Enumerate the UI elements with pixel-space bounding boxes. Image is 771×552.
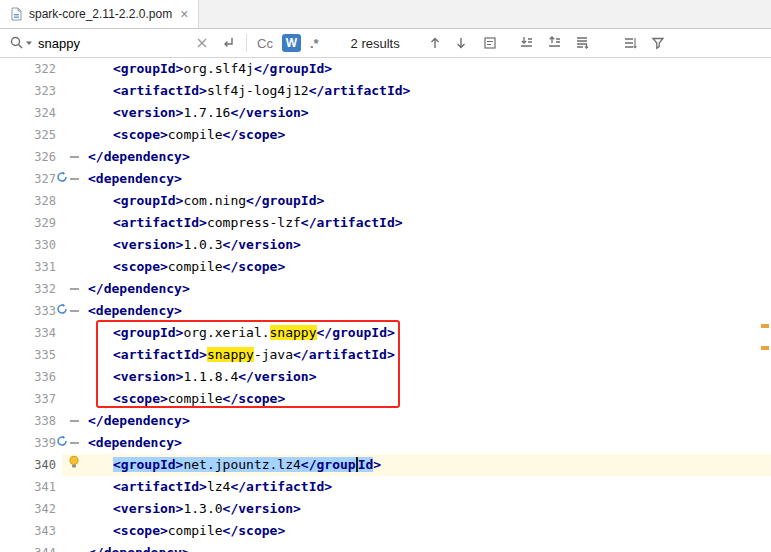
code-segment: <artifactId> bbox=[113, 347, 207, 362]
search-input[interactable]: snappy bbox=[38, 36, 196, 51]
code-line[interactable]: 332</dependency> bbox=[0, 278, 771, 300]
next-occurrence-icon[interactable] bbox=[454, 36, 468, 50]
line-number: 330 bbox=[12, 234, 56, 256]
code-line[interactable]: 328<groupId>com.ning</groupId> bbox=[0, 190, 771, 212]
match-case-toggle[interactable]: Cc bbox=[257, 36, 273, 51]
line-number: 342 bbox=[12, 498, 56, 520]
line-number: 328 bbox=[12, 190, 56, 212]
gutter: 332 bbox=[0, 278, 80, 300]
newline-icon[interactable] bbox=[220, 35, 236, 51]
code-text: </dependency> bbox=[80, 410, 771, 432]
results-count: 2 results bbox=[351, 36, 400, 51]
code-line[interactable]: 330<version>1.0.3</version> bbox=[0, 234, 771, 256]
code-segment: </group bbox=[301, 457, 356, 472]
tab-close-icon[interactable]: × bbox=[180, 7, 188, 21]
code-text: <groupId>net.jpountz.lz4</groupId> bbox=[80, 454, 771, 476]
code-line[interactable]: 326</dependency> bbox=[0, 146, 771, 168]
tab-spark-core-pom[interactable]: spark-core_2.11-2.2.0.pom × bbox=[0, 0, 199, 28]
gutter: 338 bbox=[0, 410, 80, 432]
code-line[interactable]: 325<scope>compile</scope> bbox=[0, 124, 771, 146]
gutter: 340 bbox=[0, 454, 80, 476]
code-segment: <artifactId> bbox=[113, 83, 207, 98]
code-segment: com.ning bbox=[183, 193, 246, 208]
code-line[interactable]: 341<artifactId>lz4</artifactId> bbox=[0, 476, 771, 498]
fold-marker-icon[interactable] bbox=[70, 156, 79, 158]
search-in-selection-icon[interactable] bbox=[482, 35, 498, 51]
code-segment: compile bbox=[168, 523, 223, 538]
line-number: 326 bbox=[12, 146, 56, 168]
code-segment: Id bbox=[358, 457, 374, 472]
code-segment: compile bbox=[168, 259, 223, 274]
code-segment: </artifactId> bbox=[230, 479, 332, 494]
code-line[interactable]: 327<dependency> bbox=[0, 168, 771, 190]
line-number: 332 bbox=[12, 278, 56, 300]
sort-icon[interactable] bbox=[622, 35, 638, 51]
add-occurrence-icon[interactable] bbox=[518, 35, 534, 51]
code-line[interactable]: 334<groupId>org.xerial.snappy</groupId> bbox=[0, 322, 771, 344]
code-line[interactable]: 338</dependency> bbox=[0, 410, 771, 432]
search-result-mark[interactable] bbox=[761, 324, 769, 328]
scrollbar-stripe[interactable] bbox=[759, 58, 771, 552]
code-line[interactable]: 323<artifactId>slf4j-log4j12</artifactId… bbox=[0, 80, 771, 102]
gutter: 329 bbox=[0, 212, 80, 234]
maven-dependency-icon[interactable] bbox=[56, 168, 68, 190]
gutter: 323 bbox=[0, 80, 80, 102]
search-result-mark[interactable] bbox=[761, 346, 769, 350]
code-segment: > bbox=[373, 457, 381, 472]
code-text: <artifactId>snappy-java</artifactId> bbox=[80, 344, 771, 366]
code-line[interactable]: 343<scope>compile</scope> bbox=[0, 520, 771, 542]
code-line[interactable]: 336<version>1.1.8.4</version> bbox=[0, 366, 771, 388]
code-segment: <scope> bbox=[113, 259, 168, 274]
code-line[interactable]: 335<artifactId>snappy-java</artifactId> bbox=[0, 344, 771, 366]
code-line[interactable]: 340<groupId>net.jpountz.lz4</groupId> bbox=[0, 454, 771, 476]
code-line[interactable]: 337<scope>compile</scope> bbox=[0, 388, 771, 410]
remove-occurrence-icon[interactable] bbox=[546, 35, 562, 51]
clear-icon[interactable] bbox=[196, 37, 208, 49]
code-text: <scope>compile</scope> bbox=[80, 388, 771, 410]
line-number: 337 bbox=[12, 388, 56, 410]
code-segment: </groupId> bbox=[246, 193, 324, 208]
code-segment: </version> bbox=[238, 369, 316, 384]
code-line[interactable]: 324<version>1.7.16</version> bbox=[0, 102, 771, 124]
code-segment: <version> bbox=[113, 501, 183, 516]
fold-marker-icon[interactable] bbox=[70, 420, 79, 422]
gutter: 342 bbox=[0, 498, 80, 520]
words-toggle[interactable]: W bbox=[282, 34, 301, 52]
code-line[interactable]: 344</dependency> bbox=[0, 542, 771, 552]
code-line[interactable]: 339<dependency> bbox=[0, 432, 771, 454]
code-text: </dependency> bbox=[80, 146, 771, 168]
code-segment: compress-lzf bbox=[207, 215, 301, 230]
history-dropdown-icon[interactable] bbox=[25, 39, 33, 47]
filter-icon[interactable] bbox=[650, 35, 666, 51]
fold-marker-icon[interactable] bbox=[70, 310, 79, 312]
gutter: 322 bbox=[0, 58, 80, 80]
maven-dependency-icon[interactable] bbox=[56, 300, 68, 322]
code-line[interactable]: 329<artifactId>compress-lzf</artifactId> bbox=[0, 212, 771, 234]
code-segment: </artifactId> bbox=[293, 347, 395, 362]
editor-pane[interactable]: 322<groupId>org.slf4j</groupId>323<artif… bbox=[0, 58, 771, 552]
code-line[interactable]: 331<scope>compile</scope> bbox=[0, 256, 771, 278]
fold-marker-icon[interactable] bbox=[70, 178, 79, 180]
line-number: 341 bbox=[12, 476, 56, 498]
code-segment: </version> bbox=[223, 501, 301, 516]
pom-file-icon bbox=[10, 7, 23, 21]
code-line[interactable]: 333<dependency> bbox=[0, 300, 771, 322]
intention-bulb-icon[interactable] bbox=[68, 454, 80, 476]
maven-dependency-icon[interactable] bbox=[56, 432, 68, 454]
prev-occurrence-icon[interactable] bbox=[428, 36, 442, 50]
code-segment: <version> bbox=[113, 105, 183, 120]
fold-marker-icon[interactable] bbox=[70, 288, 79, 290]
code-segment: snappy bbox=[207, 347, 254, 362]
code-text: <version>1.3.0</version> bbox=[80, 498, 771, 520]
select-all-occurrences-icon[interactable] bbox=[574, 35, 590, 51]
regex-toggle[interactable]: .* bbox=[310, 36, 319, 51]
code-segment: </dependency> bbox=[88, 149, 190, 164]
code-line[interactable]: 342<version>1.3.0</version> bbox=[0, 498, 771, 520]
code-text: <dependency> bbox=[80, 168, 771, 190]
code-segment: <dependency> bbox=[88, 435, 182, 450]
code-area[interactable]: 322<groupId>org.slf4j</groupId>323<artif… bbox=[0, 58, 771, 552]
code-line[interactable]: 322<groupId>org.slf4j</groupId> bbox=[0, 58, 771, 80]
code-segment: <dependency> bbox=[88, 171, 182, 186]
fold-marker-icon[interactable] bbox=[70, 442, 79, 444]
line-number: 338 bbox=[12, 410, 56, 432]
